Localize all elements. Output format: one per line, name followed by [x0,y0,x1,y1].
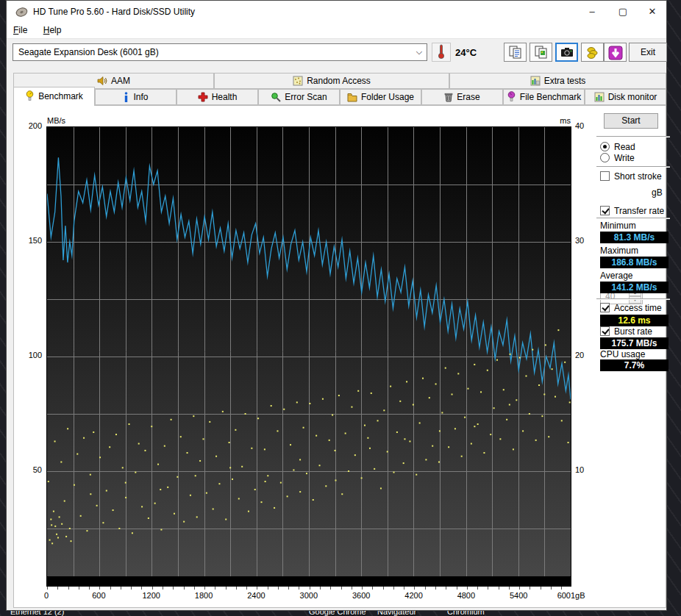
tab-extra-tests[interactable]: Extra tests [449,73,666,89]
magnifier-icon [271,92,281,102]
benchmark-panel: MB/s ms 20015010050403020100600120018002… [13,105,666,608]
x-axis-minor-ticks [47,587,571,590]
axis-tick-label: 50 [14,465,42,474]
average-label: Average [600,271,632,281]
chevron-down-icon: ⌵ [416,47,422,57]
tab-disk-monitor[interactable]: Disk monitor [585,89,666,105]
tab-label: File Benchmark [520,92,581,102]
menu-file[interactable]: File [7,23,34,37]
average-value: 141.2 MB/s [600,282,668,293]
y-left-axis-title: MB/s [47,116,65,125]
tab-label: Info [133,92,148,102]
tab-erase[interactable]: Erase [421,89,503,105]
menu-help[interactable]: Help [37,23,68,37]
file-benchmark-icon [507,91,516,102]
axis-tick-label: 40 [575,121,584,130]
temperature-value: 24°C [455,47,477,58]
maximum-value: 186.8 MB/s [600,257,668,268]
axis-tick-label: 10 [575,465,584,474]
write-radio-label: Write [614,153,635,163]
y-right-axis-title: ms [541,116,571,125]
access-time-checkbox[interactable] [600,303,610,312]
axis-tick-label: 1200 [142,591,160,600]
short-stroke-label: Short stroke [614,171,662,182]
extra-tests-icon [530,76,541,86]
close-button[interactable]: ✕ [640,1,665,23]
benchmark-chart: MB/s ms 20015010050403020100600120018002… [14,106,666,607]
short-stroke-checkbox[interactable] [600,171,610,181]
axis-tick-label: 4800 [457,591,475,600]
start-button[interactable]: Start [604,113,658,129]
short-stroke-unit: gB [652,187,663,198]
app-window: HD Tune Pro 5.60 - Hard Disk/SSD Utility… [6,0,667,611]
read-radio[interactable] [600,142,610,151]
minimum-value: 81.3 MB/s [600,232,668,243]
desktop: Ethernet 12 (2) Google Chrome Navigateur… [0,0,681,616]
tab-error-scan[interactable]: Error Scan [258,89,340,105]
axis-tick-label: 6001gB [557,591,585,600]
start-button-label: Start [621,115,640,126]
save-image-button[interactable] [604,43,627,62]
axis-tick-label: 5400 [510,591,527,600]
tab-random-access[interactable]: Random Access [214,73,449,89]
app-icon [15,6,28,18]
drive-select[interactable]: Seagate Expansion Desk (6001 gB) ⌵ [13,43,427,61]
minimize-button[interactable]: – [580,1,605,23]
axis-tick-label: 4200 [404,591,422,600]
burst-rate-checkbox[interactable] [600,326,610,336]
axis-tick-label: 2400 [247,591,265,600]
tab-file-benchmark[interactable]: File Benchmark [503,89,585,105]
benchmark-chart-canvas [47,127,571,576]
screenshot-button[interactable] [555,43,578,62]
transfer-rate-label: Transfer rate [614,206,664,216]
temperature-button[interactable] [432,43,451,62]
tab-info[interactable]: Info [95,89,177,105]
tab-label: AAM [111,76,130,86]
exit-button-label: Exit [641,47,655,57]
copy-text-icon [508,46,523,60]
benchmark-icon [25,90,35,101]
axis-tick-label: 150 [14,236,42,245]
drive-select-value: Seagate Expansion Desk (6001 gB) [18,47,159,57]
cpu-usage-label: CPU usage [600,349,645,359]
minimum-label: Minimum [600,221,636,231]
disk-monitor-icon [594,92,605,102]
maximum-label: Maximum [600,246,638,256]
tab-label: Extra tests [544,76,586,86]
axis-tick-label: 20 [575,351,584,359]
tab-label: Erase [457,92,479,102]
tab-benchmark[interactable]: Benchmark [13,87,95,106]
transfer-rate-checkbox[interactable] [600,206,610,215]
axis-tick-label: 30 [575,236,584,245]
camera-icon [560,46,574,59]
axis-tick-label: 3000 [300,591,318,600]
exit-button[interactable]: Exit [629,43,667,62]
tab-label: Random Access [307,76,371,86]
separator [596,166,670,168]
tab-label: Benchmark [38,91,83,101]
read-radio-label: Read [614,142,635,152]
separator [596,218,670,219]
title-bar: HD Tune Pro 5.60 - Hard Disk/SSD Utility… [7,1,666,23]
copy-image-button[interactable] [530,43,552,62]
toolbar: Seagate Expansion Desk (6001 gB) ⌵ 24°C [7,40,666,71]
axis-tick-label: 100 [14,351,42,359]
tab-label: Health [212,92,238,102]
copy-text-button[interactable] [504,43,527,62]
cpu-usage-value: 7.7% [600,359,668,371]
write-radio[interactable] [600,153,610,162]
tab-label: Disk monitor [608,92,657,102]
coins-icon [585,46,600,60]
add-results-button[interactable] [581,43,604,62]
tab-folder-usage[interactable]: Folder Usage [340,89,421,105]
tab-health[interactable]: Health [177,89,258,105]
axis-tick-label: 600 [92,591,105,600]
random-access-icon [293,76,303,86]
maximize-button[interactable]: ▢ [610,1,635,23]
info-icon [123,92,129,102]
copy-image-icon [534,46,549,60]
tab-label: Error Scan [285,92,327,102]
speaker-icon [97,76,107,86]
menu-bar: File Help [7,23,666,39]
axis-tick-label: 0 [44,591,49,600]
